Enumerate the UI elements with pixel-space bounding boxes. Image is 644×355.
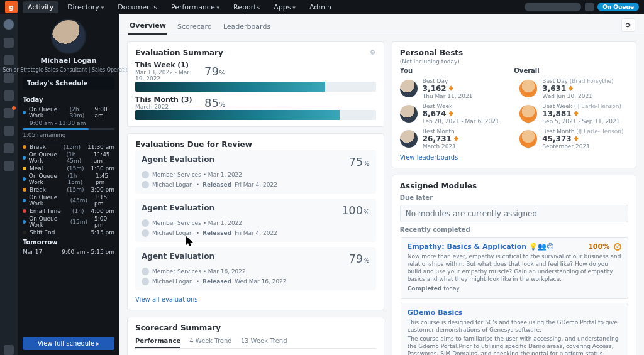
nav-reports[interactable]: Reports <box>228 1 265 13</box>
pb-item: Best Day3,162♦Thu Mar 11, 2021 <box>400 78 509 99</box>
scorecard-title: Scorecard Summary <box>135 324 376 332</box>
tomorrow-label: Tomorrow <box>23 239 114 246</box>
schedule-item[interactable]: On Queue Work(1h 15m)1:45 pm <box>23 172 114 186</box>
module-pct: 100% <box>588 243 621 251</box>
scorecard-tabs: Performance 4 Week Trend 13 Week Trend <box>135 335 376 349</box>
today-label: Today <box>23 96 114 103</box>
topbar: g Activity Directory Documents Performan… <box>0 0 644 14</box>
schedule-item[interactable]: On Queue Work(45m)3:15 pm <box>23 194 114 207</box>
no-modules-message: No modules are currently assigned <box>400 205 628 222</box>
due-title: Evaluations Due for Review <box>135 140 376 149</box>
profile-role: Senior Strategic Sales Consultant | Sale… <box>3 67 134 73</box>
avatar-icon <box>142 278 149 285</box>
today-schedule: Today On Queue Work(2h 30m)9:00 am 9:00 … <box>23 94 114 256</box>
evaluation-item[interactable]: Agent Evaluation100% Member Services • M… <box>135 199 376 242</box>
check-icon <box>614 243 621 251</box>
tab-leaderboards[interactable]: Leaderboards <box>222 19 272 35</box>
personal-bests-card: Personal Bests (Not including today) You… <box>392 41 636 168</box>
view-full-schedule-button[interactable]: View full schedule ▸ <box>23 337 114 350</box>
evaluation-summary-card: ⚙ Evaluation Summary This Week (1)Mar 13… <box>127 41 384 127</box>
profile-photo <box>51 19 86 54</box>
modules-title: Assigned Modules <box>400 182 628 190</box>
profile-name: Michael Logan <box>40 57 96 65</box>
module-body: This course is designed for SC's and tho… <box>408 319 621 334</box>
rail-avatar[interactable] <box>3 19 14 30</box>
search-input[interactable] <box>525 3 581 11</box>
module-body: Now more than ever, empathy is critical … <box>408 253 621 283</box>
pb-item: Best Week8,674♦Feb 28, 2021 - Mar 6, 202… <box>400 103 509 124</box>
nav-admin[interactable]: Admin <box>304 1 336 13</box>
grid-icon[interactable] <box>4 161 14 171</box>
view-all-evaluations-link[interactable]: View all evaluations <box>135 296 198 303</box>
tab-scorecard[interactable]: Scorecard <box>176 19 213 35</box>
view-leaderboards-link[interactable]: View leaderboards <box>400 154 458 161</box>
nav-performance[interactable]: Performance <box>166 1 225 13</box>
on-queue-chip[interactable]: On Queue <box>597 3 639 11</box>
tomorrow-item[interactable]: Mar 179:00 am - 5:15 pm <box>23 248 114 256</box>
chat-icon[interactable] <box>4 55 14 65</box>
schedule-item[interactable]: Break(15m)11:30 am <box>23 143 114 151</box>
star-icon[interactable] <box>4 38 14 48</box>
schedule-item[interactable]: Email Time(1h)4:00 pm <box>23 207 114 215</box>
top-nav: Activity Directory Documents Performance… <box>23 1 336 13</box>
schedule-item[interactable]: Break(15m)3:00 pm <box>23 186 114 194</box>
tab-overview[interactable]: Overview <box>128 18 167 35</box>
phone-icon <box>142 171 149 178</box>
schedule-subrange: 9:00 am - 11:30 am <box>23 119 114 127</box>
inbox-icon[interactable] <box>4 108 14 118</box>
module-body2: The course aims to familiarise the user … <box>408 335 621 355</box>
avatar-icon <box>142 181 149 188</box>
evaluations-due-card: Evaluations Due for Review Agent Evaluat… <box>127 133 384 310</box>
evaluation-item[interactable]: Agent Evaluation75% Member Services • Ma… <box>135 150 376 194</box>
schedule-header: Today's Schedule <box>23 77 114 90</box>
schedule-item[interactable]: On Queue Work(15m)5:00 pm <box>23 215 114 229</box>
brand-logo: g <box>5 1 18 13</box>
nav-apps[interactable]: Apps <box>269 1 301 13</box>
module-title: GDemo Basics <box>408 309 621 317</box>
sc-tab-4week[interactable]: 4 Week Trend <box>189 335 232 348</box>
eval-summary-title: Evaluation Summary <box>135 48 376 57</box>
main: Overview Scorecard Leaderboards ⟳ ⚙ Eval… <box>119 14 644 355</box>
refresh-icon[interactable]: ⟳ <box>621 18 635 32</box>
module-item[interactable]: 100% Empathy: Basics & Application 💡👥😊 N… <box>400 237 628 299</box>
sc-tab-13week[interactable]: 13 Week Trend <box>241 335 287 348</box>
nav-documents[interactable]: Documents <box>113 1 162 13</box>
month-bar <box>135 110 376 120</box>
pb-item: Best Month (JJ Earle-Henson)45,373♦Septe… <box>519 128 628 150</box>
time-remaining: 1:05 remaining <box>23 131 114 139</box>
pb-item: Best Month26,731♦March 2021 <box>400 128 509 150</box>
schedule-item[interactable]: On Queue Work(1h 45m)11:45 am <box>23 151 114 165</box>
pb-title: Personal Bests <box>400 48 628 57</box>
help-icon[interactable] <box>4 345 14 355</box>
phone-icon <box>142 268 149 275</box>
schedule-item[interactable]: Shift End5:15 pm <box>23 229 114 236</box>
side-rail <box>0 14 18 355</box>
people-icon[interactable] <box>4 143 14 153</box>
main-tabs: Overview Scorecard Leaderboards ⟳ <box>119 14 644 35</box>
module-item[interactable]: GDemo Basics This course is designed for… <box>400 303 628 355</box>
schedule-item[interactable]: Meal(15m)1:30 pm <box>23 165 114 172</box>
pb-note: (Not including today) <box>400 58 628 65</box>
week-pct: 79% <box>204 65 225 78</box>
assigned-modules-card: Assigned Modules Due later No modules ar… <box>392 175 636 355</box>
recently-completed-label: Recently completed <box>400 226 628 233</box>
cursor-icon <box>186 236 194 247</box>
scorecard-summary-card: Scorecard Summary Performance 4 Week Tre… <box>127 317 384 355</box>
avatar-icon <box>142 229 149 237</box>
nav-directory[interactable]: Directory <box>62 1 109 13</box>
notification-icon[interactable] <box>585 3 594 11</box>
gear-icon[interactable]: ⚙ <box>370 48 376 57</box>
due-later-label: Due later <box>400 194 628 201</box>
phone-icon <box>142 219 149 227</box>
nav-activity[interactable]: Activity <box>23 1 58 13</box>
sc-tab-performance[interactable]: Performance <box>135 335 180 348</box>
phone-icon[interactable] <box>4 90 14 101</box>
sidebar: Michael Logan Senior Strategic Sales Con… <box>18 14 119 355</box>
video-icon[interactable] <box>4 73 14 83</box>
folder-icon[interactable] <box>4 126 14 136</box>
month-pct: 85% <box>204 96 225 109</box>
week-bar <box>135 82 376 92</box>
pb-item: Best Day (Brad Forsythe)3,631♦Wed Jun 30… <box>519 78 628 99</box>
schedule-item[interactable]: On Queue Work(2h 30m)9:00 am <box>23 106 114 119</box>
evaluation-item[interactable]: Agent Evaluation79% Member Services • Ma… <box>135 247 376 290</box>
